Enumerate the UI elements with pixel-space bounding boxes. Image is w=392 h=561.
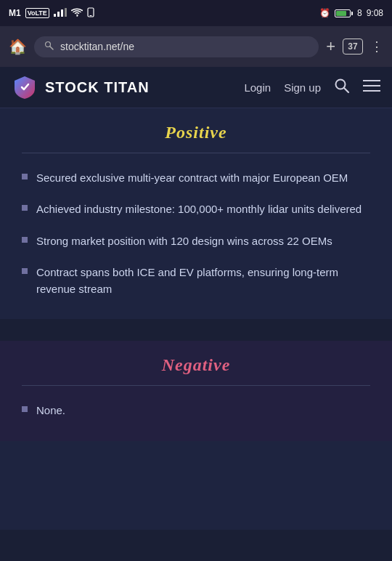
- search-icon[interactable]: [334, 78, 350, 97]
- status-bar: M1 VoLTE ⏰: [0, 0, 392, 26]
- logo-text: STOCK TITAN: [45, 79, 150, 96]
- browser-menu-button[interactable]: ⋮: [370, 39, 383, 55]
- negative-bullet-text-1: None.: [36, 402, 65, 419]
- phone-icon: [87, 7, 94, 20]
- bullet-square-icon: [22, 174, 28, 179]
- browser-chrome: 🏠 stocktitan.net/ne + 37 ⋮: [0, 26, 392, 67]
- negative-divider: [22, 385, 370, 386]
- site-security-icon: [44, 41, 54, 53]
- address-bar[interactable]: stocktitan.net/ne: [34, 36, 319, 57]
- positive-bullet-1: Secured exclusive multi-year contract wi…: [22, 169, 370, 186]
- battery-percent: 8: [357, 8, 362, 18]
- positive-section: Positive Secured exclusive multi-year co…: [0, 108, 392, 319]
- section-spacer: [0, 319, 392, 341]
- positive-bullet-text-3: Strong market position with 120 design w…: [36, 233, 332, 249]
- positive-bullet-list: Secured exclusive multi-year contract wi…: [22, 169, 370, 297]
- bullet-square-icon: [22, 268, 28, 274]
- home-icon[interactable]: 🏠: [9, 38, 27, 55]
- login-link[interactable]: Login: [244, 81, 271, 94]
- signup-link[interactable]: Sign up: [284, 81, 321, 94]
- svg-line-7: [50, 46, 54, 49]
- svg-line-9: [344, 88, 348, 92]
- time-display: 9:08: [367, 8, 383, 18]
- stock-titan-logo-icon: [12, 74, 38, 100]
- positive-bullet-text-1: Secured exclusive multi-year contract wi…: [36, 169, 348, 186]
- svg-rect-3: [65, 8, 67, 17]
- logo-area[interactable]: STOCK TITAN: [12, 74, 244, 100]
- positive-divider: [22, 153, 370, 153]
- positive-bullet-text-4: Contract spans both ICE and EV platforms…: [36, 264, 370, 298]
- svg-rect-5: [89, 15, 91, 16]
- new-tab-button[interactable]: +: [326, 37, 335, 56]
- url-display[interactable]: stocktitan.net/ne: [60, 41, 134, 52]
- positive-bullet-3: Strong market position with 120 design w…: [22, 233, 370, 249]
- volte-badge: VoLTE: [25, 8, 49, 18]
- bullet-square-icon: [22, 406, 28, 412]
- positive-bullet-4: Contract spans both ICE and EV platforms…: [22, 264, 370, 298]
- status-left: M1 VoLTE: [9, 7, 94, 20]
- carrier-name: M1: [9, 8, 21, 18]
- alarm-icon: ⏰: [319, 8, 330, 18]
- bullet-square-icon: [22, 237, 28, 243]
- svg-rect-1: [57, 12, 60, 17]
- positive-bullet-2: Achieved industry milestone: 100,000+ mo…: [22, 201, 370, 217]
- bullet-square-icon: [22, 205, 28, 211]
- main-content: Positive Secured exclusive multi-year co…: [0, 108, 392, 530]
- svg-rect-2: [61, 9, 63, 17]
- battery-indicator: [335, 9, 353, 17]
- negative-section: Negative None.: [0, 341, 392, 440]
- site-header: STOCK TITAN Login Sign up: [0, 67, 392, 108]
- signal-bars-icon: [54, 8, 67, 19]
- positive-bullet-text-2: Achieved industry milestone: 100,000+ mo…: [36, 201, 362, 217]
- negative-title: Negative: [22, 355, 370, 375]
- svg-rect-0: [54, 14, 56, 17]
- browser-actions: + 37 ⋮: [326, 37, 383, 56]
- hamburger-menu-icon[interactable]: [363, 78, 380, 97]
- site-nav: Login Sign up: [244, 78, 380, 97]
- tabs-count-button[interactable]: 37: [343, 39, 363, 55]
- wifi-icon: [71, 8, 83, 19]
- negative-bullet-list: None.: [22, 402, 370, 419]
- status-right: ⏰ 8 9:08: [319, 8, 383, 18]
- positive-title: Positive: [22, 123, 370, 142]
- negative-bullet-1: None.: [22, 402, 370, 419]
